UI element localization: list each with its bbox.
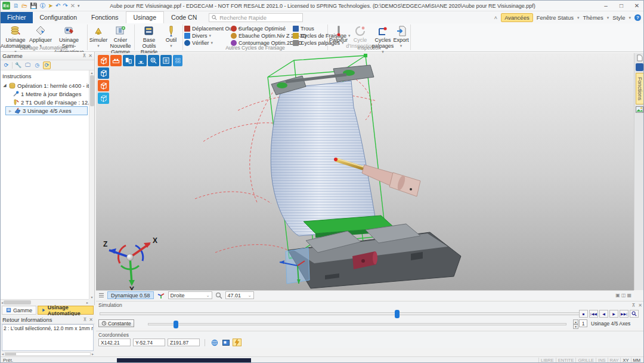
layout-grid-icon[interactable]: ▦ [627,293,631,298]
expander-icon[interactable]: ◢ [2,83,7,88]
constante-button[interactable]: Constante [98,319,134,327]
tab-usinage-automatique[interactable]: Usinage Automatique [38,306,94,315]
solid-view-icon[interactable] [98,67,109,79]
badge-ins[interactable]: INS [596,358,608,363]
z-coordinate-field[interactable]: Z191.87 [168,339,200,346]
simulation-progress-slider[interactable] [100,312,584,315]
image-panel-icon[interactable] [636,106,643,113]
fixture-display-icon[interactable] [110,55,122,66]
layout-split-icon[interactable]: ◫ [621,293,626,298]
stock-display-icon[interactable] [98,55,109,66]
toolpath-display-icon[interactable] [135,55,147,66]
themes-menu[interactable]: Thèmes [583,14,603,21]
pin-icon[interactable]: ⊼ [83,317,86,322]
layout-single-icon[interactable]: ▣ [615,293,620,298]
time-icon[interactable]: ◷ [33,61,41,69]
save-icon[interactable]: 💾 [30,3,37,9]
transparent-view-icon[interactable] [98,93,109,104]
help-pointer-icon[interactable]: ➤ [48,3,52,9]
close-panel-icon[interactable]: ✕ [88,53,92,59]
view-orientation-select[interactable]: Droite⌄ [168,291,212,299]
skip-end-button[interactable]: ▶▶| [620,310,628,318]
spin-up-icon[interactable]: ▴ [573,319,578,324]
scroll-down-icon[interactable]: ▾ [91,295,92,299]
minimize-button[interactable]: – [598,1,614,11]
tab-gamme[interactable]: Gamme [2,306,36,315]
badge-mm[interactable]: MM [631,358,643,363]
feedback-horizontal-scrollbar[interactable]: ◂ ▸ [2,351,94,356]
badge-libre[interactable]: LIBRE [538,358,556,363]
dynamic-coords-icon[interactable] [233,339,242,346]
analyze-button[interactable] [630,310,639,318]
scroll-thumb[interactable] [90,75,94,106]
delete-icon[interactable]: ✕ [70,3,75,9]
badge-entite[interactable]: ENTITE [556,358,576,363]
stop-button[interactable]: ■ [579,310,588,318]
x-coordinate-field[interactable]: X142.21 [98,339,131,346]
play-button[interactable]: ▶ [609,310,618,318]
view-cs-icon[interactable] [221,339,230,346]
tab-usinage[interactable]: Usinage [126,11,165,23]
fenetre-status-toggle[interactable]: Fenêtre Status [537,14,574,21]
zoom-in-icon[interactable] [148,55,159,66]
expander-icon[interactable]: ▹ [8,109,13,113]
tab-fichier[interactable]: Fichier [1,12,33,23]
qat-more-icon[interactable]: ▾ [78,3,80,9]
simulation-speed-slider[interactable] [148,323,566,325]
outil-button[interactable]: Outil▾ [162,24,180,48]
list-display-icon[interactable] [160,55,172,66]
y-coordinate-field[interactable]: Y-52.74 [133,339,165,346]
maximize-button[interactable]: □ [614,1,629,11]
divers-button[interactable]: Divers▾ [184,32,231,39]
zoom-level-select[interactable]: 47.01⌄ [225,291,254,299]
tab-fonctions[interactable]: Fonctions [84,12,126,23]
new-document-icon[interactable]: 🗎 [13,3,19,9]
machine-view-icon[interactable]: 🖵 [24,61,32,69]
spin-down-icon[interactable]: ▾ [573,324,578,329]
stock-view-icon[interactable] [98,80,109,91]
gamme-vertical-scrollbar[interactable]: ▴ ▾ [89,70,94,299]
grid-snap-icon[interactable] [173,55,182,66]
ebauche-optim-button[interactable]: Ebauche Optim.Niv Z 2D-3D [231,32,293,39]
base-outils-rapide-button[interactable]: Base Outils Rapide [136,24,162,56]
fonctions-side-tab[interactable]: Fonctions [636,73,644,104]
quick-search-input[interactable]: Recherche Rapide [209,13,303,22]
scroll-thumb[interactable] [4,300,31,304]
panel-icon[interactable] [636,63,643,71]
pin-icon[interactable]: ⊼ [82,53,86,59]
scroll-left-icon[interactable]: ◂ [2,352,4,356]
deplacement-outil-button[interactable]: Déplacement Outil▾ [184,25,231,32]
step-back-button[interactable]: ◀ [599,310,608,318]
refresh-icon[interactable]: ⟳ [2,61,10,69]
skip-start-button[interactable]: |◀◀ [589,310,598,318]
badge-ray[interactable]: RAY [608,358,621,363]
trous-button[interactable]: Trous [293,25,329,32]
scroll-thumb[interactable] [5,353,16,355]
scroll-left-icon[interactable]: ◂ [1,300,3,304]
info-icon[interactable]: 🛈 [39,3,45,9]
tab-code-cn[interactable]: Code CN [164,12,204,23]
tree-item-operation[interactable]: ◢ Opération 1: hermle c400 - itnc530.mcp… [1,81,89,90]
help-icon[interactable]: ? [634,14,641,21]
menu-icon[interactable] [98,293,104,298]
tab-configuration[interactable]: Configuration [33,12,84,23]
undo-icon[interactable]: ↶ [55,3,60,9]
avancees-toggle[interactable]: Avancées [501,13,533,22]
tree-item-bridages[interactable]: 1 Mettre à jour Bridages [1,90,89,98]
document-icon[interactable] [636,54,643,61]
close-panel-icon[interactable]: ✕ [89,317,93,322]
machine-display-icon[interactable] [123,55,134,66]
world-cs-icon[interactable] [210,339,219,346]
iteration-field[interactable]: 1 [579,319,587,327]
tree-root[interactable]: Instructions [1,72,89,80]
sync-icon[interactable]: ⟳ [43,61,51,69]
scroll-right-icon[interactable]: ▸ [92,352,94,356]
collapse-ribbon-icon[interactable]: ˄ [494,14,498,21]
pin-icon[interactable]: ⊼ [631,303,635,308]
tree-item-outil[interactable]: 2 T1 Outil de Fraisage : 12.0 MM DIA X .… [1,98,89,106]
style-menu[interactable]: Style [612,14,625,21]
open-folder-icon[interactable]: 🗁 [21,3,27,9]
redo-icon[interactable]: ↷ [63,3,67,9]
badge-xy[interactable]: XY [620,358,630,363]
close-panel-icon[interactable]: ✕ [638,303,642,308]
